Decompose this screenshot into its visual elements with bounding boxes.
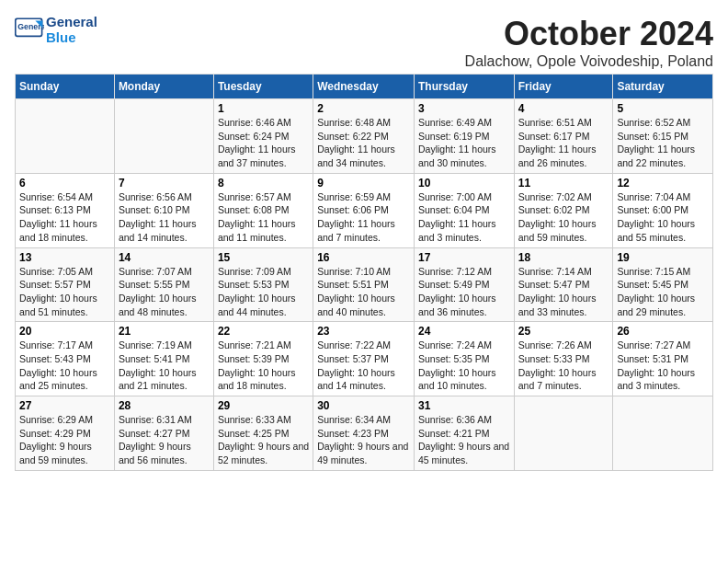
day-number: 20 (19, 325, 110, 338)
day-number: 23 (317, 325, 410, 338)
logo-blue-text: Blue (46, 29, 76, 45)
weekday-header-friday: Friday (514, 75, 613, 99)
day-info: Sunrise: 6:57 AM Sunset: 6:08 PM Dayligh… (218, 190, 309, 245)
day-number: 29 (218, 399, 309, 412)
day-info: Sunrise: 7:22 AM Sunset: 5:37 PM Dayligh… (317, 339, 410, 393)
day-number: 27 (19, 399, 110, 412)
calendar-cell: 14Sunrise: 7:07 AM Sunset: 5:55 PM Dayli… (114, 247, 213, 322)
calendar-cell: 6Sunrise: 6:54 AM Sunset: 6:13 PM Daylig… (16, 173, 115, 247)
day-info: Sunrise: 7:09 AM Sunset: 5:53 PM Dayligh… (218, 265, 309, 319)
day-number: 9 (317, 177, 410, 190)
weekday-header-monday: Monday (114, 75, 213, 99)
day-number: 3 (418, 102, 510, 115)
day-number: 13 (19, 251, 110, 264)
calendar-cell: 25Sunrise: 7:26 AM Sunset: 5:33 PM Dayli… (514, 322, 613, 396)
day-info: Sunrise: 7:24 AM Sunset: 5:35 PM Dayligh… (418, 339, 510, 393)
calendar-cell: 29Sunrise: 6:33 AM Sunset: 4:25 PM Dayli… (213, 396, 313, 471)
calendar-cell: 7Sunrise: 6:56 AM Sunset: 6:10 PM Daylig… (114, 173, 213, 247)
day-number: 10 (418, 177, 510, 190)
calendar-cell: 12Sunrise: 7:04 AM Sunset: 6:00 PM Dayli… (613, 173, 713, 247)
calendar-cell: 18Sunrise: 7:14 AM Sunset: 5:47 PM Dayli… (514, 247, 613, 322)
calendar-cell: 5Sunrise: 6:52 AM Sunset: 6:15 PM Daylig… (613, 99, 713, 174)
calendar-cell: 2Sunrise: 6:48 AM Sunset: 6:22 PM Daylig… (313, 99, 415, 174)
day-info: Sunrise: 6:31 AM Sunset: 4:27 PM Dayligh… (119, 413, 210, 467)
weekday-header-sunday: Sunday (16, 75, 115, 99)
calendar-cell: 16Sunrise: 7:10 AM Sunset: 5:51 PM Dayli… (313, 247, 415, 322)
day-info: Sunrise: 7:26 AM Sunset: 5:33 PM Dayligh… (518, 339, 609, 393)
day-info: Sunrise: 6:48 AM Sunset: 6:22 PM Dayligh… (317, 116, 410, 170)
day-info: Sunrise: 7:04 AM Sunset: 6:00 PM Dayligh… (617, 190, 709, 245)
calendar-cell: 26Sunrise: 7:27 AM Sunset: 5:31 PM Dayli… (613, 322, 713, 396)
day-info: Sunrise: 7:14 AM Sunset: 5:47 PM Dayligh… (518, 265, 609, 319)
day-number: 16 (317, 251, 410, 264)
day-info: Sunrise: 6:49 AM Sunset: 6:19 PM Dayligh… (418, 116, 510, 170)
weekday-header-wednesday: Wednesday (313, 75, 415, 99)
calendar-cell: 19Sunrise: 7:15 AM Sunset: 5:45 PM Dayli… (613, 247, 713, 322)
calendar-cell: 28Sunrise: 6:31 AM Sunset: 4:27 PM Dayli… (114, 396, 213, 471)
calendar-cell: 11Sunrise: 7:02 AM Sunset: 6:02 PM Dayli… (514, 173, 613, 247)
day-number: 8 (218, 177, 309, 190)
calendar-cell: 1Sunrise: 6:46 AM Sunset: 6:24 PM Daylig… (213, 99, 313, 174)
day-info: Sunrise: 7:17 AM Sunset: 5:43 PM Dayligh… (19, 339, 110, 393)
day-info: Sunrise: 7:27 AM Sunset: 5:31 PM Dayligh… (617, 339, 709, 393)
day-number: 2 (317, 102, 410, 115)
day-info: Sunrise: 6:56 AM Sunset: 6:10 PM Dayligh… (119, 190, 210, 245)
calendar-cell: 13Sunrise: 7:05 AM Sunset: 5:57 PM Dayli… (16, 247, 115, 322)
calendar-cell: 9Sunrise: 6:59 AM Sunset: 6:06 PM Daylig… (313, 173, 415, 247)
calendar-cell (114, 99, 213, 174)
day-number: 12 (617, 177, 709, 190)
day-number: 18 (518, 251, 609, 264)
day-number: 25 (518, 325, 609, 338)
day-info: Sunrise: 6:59 AM Sunset: 6:06 PM Dayligh… (317, 190, 410, 245)
day-number: 30 (317, 399, 410, 412)
day-info: Sunrise: 7:19 AM Sunset: 5:41 PM Dayligh… (119, 339, 210, 393)
calendar-cell: 10Sunrise: 7:00 AM Sunset: 6:04 PM Dayli… (414, 173, 514, 247)
calendar-cell: 3Sunrise: 6:49 AM Sunset: 6:19 PM Daylig… (414, 99, 514, 174)
day-number: 4 (518, 102, 609, 115)
calendar-cell: 15Sunrise: 7:09 AM Sunset: 5:53 PM Dayli… (213, 247, 313, 322)
calendar-cell: 23Sunrise: 7:22 AM Sunset: 5:37 PM Dayli… (313, 322, 415, 396)
weekday-header-tuesday: Tuesday (213, 75, 313, 99)
calendar-cell (514, 396, 613, 471)
logo: General General Blue (15, 15, 97, 45)
calendar-cell: 8Sunrise: 6:57 AM Sunset: 6:08 PM Daylig… (213, 173, 313, 247)
day-number: 14 (119, 251, 210, 264)
weekday-header-thursday: Thursday (414, 75, 514, 99)
calendar-cell: 22Sunrise: 7:21 AM Sunset: 5:39 PM Dayli… (213, 322, 313, 396)
day-info: Sunrise: 6:29 AM Sunset: 4:29 PM Dayligh… (19, 413, 110, 467)
day-number: 17 (418, 251, 510, 264)
day-info: Sunrise: 6:52 AM Sunset: 6:15 PM Dayligh… (617, 116, 709, 170)
calendar-cell: 21Sunrise: 7:19 AM Sunset: 5:41 PM Dayli… (114, 322, 213, 396)
day-number: 5 (617, 102, 709, 115)
title-block: October 2024 Dalachow, Opole Voivodeship… (465, 15, 713, 70)
day-info: Sunrise: 6:34 AM Sunset: 4:23 PM Dayligh… (317, 413, 410, 467)
day-info: Sunrise: 6:33 AM Sunset: 4:25 PM Dayligh… (218, 413, 309, 467)
day-info: Sunrise: 7:15 AM Sunset: 5:45 PM Dayligh… (617, 265, 709, 319)
month-title: October 2024 (465, 15, 713, 53)
day-number: 24 (418, 325, 510, 338)
calendar-cell: 27Sunrise: 6:29 AM Sunset: 4:29 PM Dayli… (16, 396, 115, 471)
day-number: 19 (617, 251, 709, 264)
day-number: 15 (218, 251, 309, 264)
day-number: 1 (218, 102, 309, 115)
weekday-header-saturday: Saturday (613, 75, 713, 99)
calendar-cell: 31Sunrise: 6:36 AM Sunset: 4:21 PM Dayli… (414, 396, 514, 471)
day-info: Sunrise: 6:51 AM Sunset: 6:17 PM Dayligh… (518, 116, 609, 170)
calendar-cell: 24Sunrise: 7:24 AM Sunset: 5:35 PM Dayli… (414, 322, 514, 396)
calendar-cell (16, 99, 115, 174)
day-info: Sunrise: 6:36 AM Sunset: 4:21 PM Dayligh… (418, 413, 510, 467)
day-number: 7 (119, 177, 210, 190)
day-number: 28 (119, 399, 210, 412)
day-info: Sunrise: 6:46 AM Sunset: 6:24 PM Dayligh… (218, 116, 309, 170)
day-info: Sunrise: 7:10 AM Sunset: 5:51 PM Dayligh… (317, 265, 410, 319)
day-info: Sunrise: 6:54 AM Sunset: 6:13 PM Dayligh… (19, 190, 110, 245)
calendar-cell: 17Sunrise: 7:12 AM Sunset: 5:49 PM Dayli… (414, 247, 514, 322)
day-number: 22 (218, 325, 309, 338)
day-info: Sunrise: 7:02 AM Sunset: 6:02 PM Dayligh… (518, 190, 609, 245)
day-info: Sunrise: 7:21 AM Sunset: 5:39 PM Dayligh… (218, 339, 309, 393)
location-subtitle: Dalachow, Opole Voivodeship, Poland (465, 53, 713, 70)
day-info: Sunrise: 7:12 AM Sunset: 5:49 PM Dayligh… (418, 265, 510, 319)
day-number: 6 (19, 177, 110, 190)
day-info: Sunrise: 7:00 AM Sunset: 6:04 PM Dayligh… (418, 190, 510, 245)
calendar-cell: 30Sunrise: 6:34 AM Sunset: 4:23 PM Dayli… (313, 396, 415, 471)
